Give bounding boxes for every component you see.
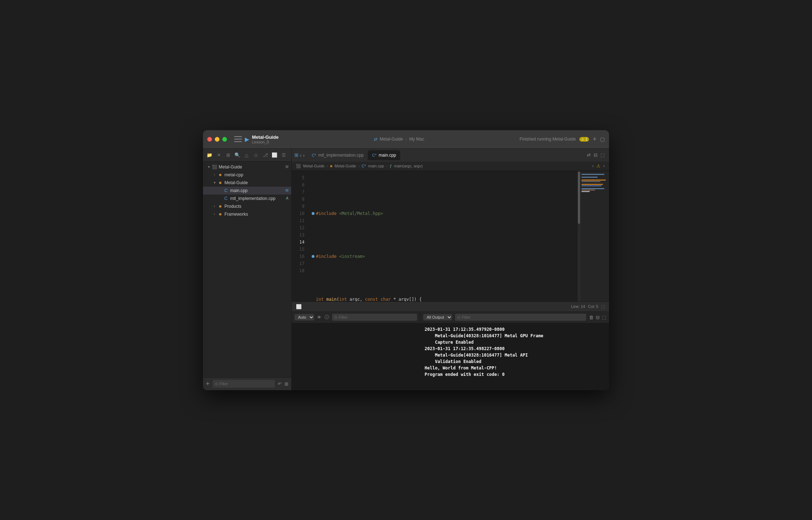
maximize-button[interactable]: [222, 137, 227, 142]
code-line-8: #include <iostream>: [312, 253, 578, 260]
left-filter[interactable]: ⊙ Filter: [332, 314, 417, 321]
message-icon[interactable]: ⬜: [271, 151, 278, 158]
code-main: 5 6 7 8 9 10 11 12 13 14 15 16 17: [292, 171, 578, 301]
minimap-lines: [581, 171, 609, 194]
status-layout-icon[interactable]: ⬚: [601, 304, 605, 309]
editor-area: ⊞ ‹ › C* mtl_implementation.cpp C* main.…: [292, 149, 609, 390]
split-icon[interactable]: ⊟: [596, 315, 600, 320]
sidebar-item-metal-cpp[interactable]: › ■ metal-cpp: [203, 171, 291, 179]
right-filter-label: Filter: [462, 315, 470, 319]
eye-icon[interactable]: 👁: [317, 315, 322, 320]
status-line: Line: 14: [571, 304, 585, 309]
scrollbar-thumb: [578, 172, 580, 224]
bc-sep2: ›: [358, 164, 360, 168]
left-filter-label: Filter: [339, 315, 347, 319]
output-area: Auto 👁 ⓘ ⊙ Filter: [292, 311, 609, 390]
bc-sep1: ›: [327, 164, 328, 168]
sidebar-label-metal-guide-folder: Metal-Guide: [224, 180, 248, 185]
chevron-right2-icon: ›: [212, 203, 217, 209]
space4: argc,: [347, 296, 365, 301]
all-output-select[interactable]: All Output: [423, 314, 452, 320]
code-line-10: int main ( int argc, const char * argv[]…: [312, 296, 578, 301]
warning-filter-icon[interactable]: ✕: [215, 151, 222, 158]
expand-icon[interactable]: ⬚: [600, 152, 605, 158]
tab-main-cpp[interactable]: C* main.cpp: [368, 150, 400, 160]
chevron-right-icon: ›: [212, 172, 217, 178]
folder-icon[interactable]: 📁: [206, 151, 213, 158]
sidebar-item-products[interactable]: › ■ Products: [203, 202, 291, 210]
split-view-icon[interactable]: ⊟: [594, 152, 598, 158]
diamond-icon[interactable]: ◇: [252, 151, 259, 158]
tab-label-main: main.cpp: [379, 153, 396, 158]
sidebar-item-main-cpp[interactable]: › C main.cpp M: [203, 187, 291, 195]
sidebar-toggle-button[interactable]: [234, 136, 242, 142]
minimize-button[interactable]: [215, 137, 219, 142]
tab-icon-main: C*: [372, 153, 376, 157]
code-content[interactable]: #include <Metal/Metal.hpp> #include <ios…: [309, 171, 578, 301]
code-editor[interactable]: 5 6 7 8 9 10 11 12 13 14 15 16 17: [292, 171, 609, 301]
bc-nav-forward[interactable]: ›: [603, 163, 605, 168]
output-right-icons: 🗑 ⊟ ⬚: [589, 315, 606, 320]
titlebar-right: Finished running Metal-Guide ⚠ 1 + ▢: [520, 136, 605, 143]
add-button[interactable]: +: [593, 136, 596, 143]
sidebar-filter[interactable]: ⊙ Filter: [213, 380, 275, 388]
sidebar-item-frameworks[interactable]: › ■ Frameworks: [203, 210, 291, 218]
titlebar-left: [231, 136, 242, 142]
const-kw: const: [365, 296, 378, 301]
right-filter[interactable]: ⊙ Filter: [455, 314, 586, 321]
project-subtitle: Lesson_0: [252, 140, 269, 144]
editor-breadcrumb: ⬛ Metal-Guide › ■ Metal-Guide › C* main.…: [292, 162, 609, 171]
output-left-panel: Auto 👁 ⓘ ⊙ Filter: [292, 312, 420, 390]
list-icon[interactable]: ☰: [280, 151, 287, 158]
sidebar-label-metal-cpp: metal-cpp: [224, 172, 243, 177]
status-terminal-icon: ⬜: [296, 304, 302, 309]
swap-icon[interactable]: ⇄: [587, 152, 591, 158]
close-button[interactable]: [207, 137, 212, 142]
auto-select[interactable]: Auto: [294, 314, 314, 320]
breadcrumb-right: ‹ ⚠ ›: [592, 163, 605, 168]
sidebar-item-metal-guide-folder[interactable]: ▾ ■ Metal-Guide: [203, 179, 291, 187]
breadcrumb-my-mac: My Mac: [409, 137, 424, 142]
space6: * argv[]) {: [391, 296, 422, 301]
search-icon[interactable]: 🔍: [234, 151, 241, 158]
sidebar-filter-label: Filter: [219, 382, 228, 386]
output-line-5: Metal-Guide[40328:1016477] Metal API: [425, 352, 605, 358]
info-icon[interactable]: ⓘ: [325, 314, 329, 320]
trash-icon[interactable]: 🗑: [589, 315, 594, 320]
breadcrumb-sep1: ›: [405, 136, 407, 142]
warning-badge[interactable]: ⚠ 1: [579, 137, 589, 142]
tab-icon-mtl: C*: [312, 153, 316, 157]
nav-forward-icon[interactable]: ›: [303, 152, 305, 158]
run-status: Finished running Metal-Guide: [520, 137, 576, 142]
hierarchy-icon[interactable]: ⊞: [224, 151, 232, 158]
sidebar-label-root: Metal-Guide: [219, 165, 242, 170]
inspector-toggle[interactable]: ▢: [600, 136, 605, 142]
filter-icon-left: ⊙: [334, 315, 337, 320]
bc-nav-back[interactable]: ‹: [592, 163, 594, 168]
output-line-4: 2023-01-31 17:12:35.498227-0800: [425, 345, 605, 352]
breakpoint-6[interactable]: [312, 212, 315, 215]
paren1: (: [337, 296, 339, 301]
status-col: Col: 5: [588, 304, 598, 309]
nav-back-icon[interactable]: ‹: [300, 152, 302, 158]
git-icon[interactable]: ⎇: [262, 151, 269, 158]
grid-view-icon[interactable]: ⊞: [294, 152, 298, 158]
history-icon[interactable]: ↶: [278, 381, 282, 387]
sort-icon[interactable]: ⊞: [284, 381, 288, 387]
console-output: 2023-01-31 17:12:35.497920-0800 Metal-Gu…: [420, 323, 609, 390]
tab-mtl-implementation[interactable]: C* mtl_implementation.cpp: [307, 150, 368, 160]
breakpoint-8[interactable]: [312, 255, 315, 258]
sidebar-item-metal-guide-root[interactable]: ▾ ⬛ Metal-Guide M: [203, 163, 291, 171]
sidebar-item-mtl-impl[interactable]: › C mtl_implementation.cpp A: [203, 195, 291, 202]
folder-metal-guide-icon: ■: [217, 180, 223, 186]
left-output-content: [292, 323, 420, 390]
expand2-icon[interactable]: ⬚: [602, 315, 606, 320]
output-left-toolbar: Auto 👁 ⓘ ⊙ Filter: [292, 312, 420, 323]
bc-warning-icon[interactable]: ⚠: [596, 163, 600, 168]
include-kw-1: #include: [316, 210, 337, 217]
run-button[interactable]: ▶: [245, 136, 249, 143]
sidebar-label-main-cpp: main.cpp: [230, 188, 248, 193]
editor-scrollbar[interactable]: [578, 171, 580, 301]
caution-icon[interactable]: △: [243, 151, 250, 158]
add-file-button[interactable]: +: [206, 381, 210, 387]
